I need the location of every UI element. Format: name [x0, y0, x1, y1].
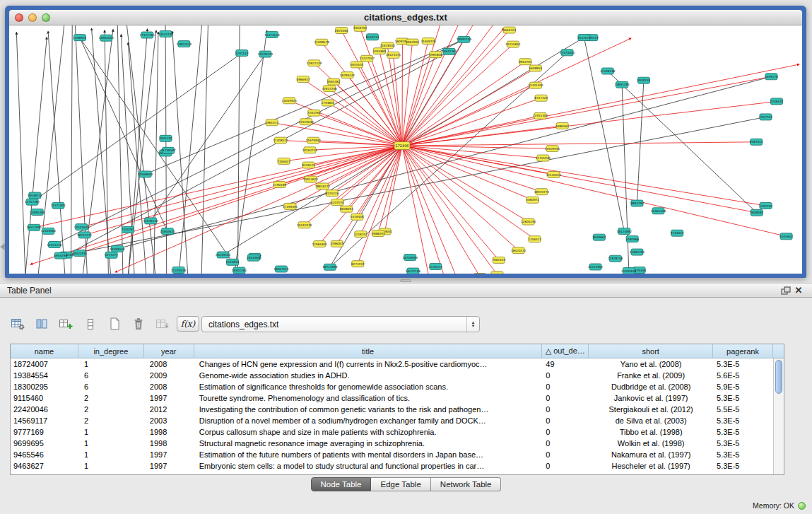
- network-node[interactable]: 21493631: [621, 267, 637, 274]
- network-node[interactable]: 16272106: [406, 268, 421, 274]
- network-node[interactable]: 17125765: [140, 32, 155, 38]
- network-node[interactable]: 9884797: [630, 200, 644, 206]
- network-node[interactable]: 2190189: [273, 181, 286, 187]
- network-node[interactable]: 11408517: [273, 137, 288, 144]
- network-node[interactable]: 1096041: [331, 240, 344, 247]
- network-node[interactable]: 1961017: [265, 119, 278, 126]
- zoom-button[interactable]: [42, 13, 50, 22]
- network-node[interactable]: 10509495: [545, 146, 560, 152]
- network-node[interactable]: 11692623: [160, 228, 175, 235]
- network-node[interactable]: 14691263: [614, 81, 630, 88]
- network-node[interactable]: 19399539: [110, 245, 125, 252]
- table-row[interactable]: 1830029562008Estimation of significance …: [11, 381, 773, 392]
- tab-edge-table[interactable]: Edge Table: [371, 477, 430, 491]
- network-node[interactable]: 172406: [394, 142, 410, 150]
- column-header-pagerank[interactable]: pagerank: [713, 344, 773, 358]
- table-row[interactable]: 969969511998Structural magnetic resonanc…: [11, 438, 773, 449]
- network-node[interactable]: 21678104: [380, 42, 396, 49]
- network-node[interactable]: 5653535: [351, 62, 364, 68]
- network-node[interactable]: 8273197: [351, 261, 365, 267]
- network-node[interactable]: 13586544: [490, 271, 505, 274]
- import-table-button[interactable]: [153, 315, 172, 333]
- network-node[interactable]: 5516448: [351, 214, 364, 220]
- network-graph[interactable]: 1999210995302151137415910637362170787291…: [9, 25, 802, 274]
- network-node[interactable]: 20255852: [505, 41, 521, 47]
- table-row[interactable]: 2242004622012Investigating the contribut…: [11, 404, 773, 415]
- network-node[interactable]: 9487922: [750, 139, 763, 145]
- network-node[interactable]: 12695394: [30, 209, 45, 215]
- column-header-short[interactable]: short: [589, 344, 713, 358]
- network-node[interactable]: 6838093: [340, 206, 353, 212]
- network-node[interactable]: 21658726: [420, 38, 436, 45]
- network-node[interactable]: 9743622: [671, 230, 684, 236]
- network-node[interactable]: 18123371: [386, 52, 401, 58]
- column-header-in_degree[interactable]: in_degree: [78, 344, 144, 358]
- table-source-select[interactable]: citations_edges.txt ▲▼: [201, 316, 480, 332]
- column-header-name[interactable]: name: [11, 344, 78, 358]
- network-node[interactable]: 11679942: [306, 137, 322, 144]
- network-node[interactable]: 18826273: [315, 183, 331, 189]
- network-node[interactable]: 5988397: [372, 230, 385, 237]
- scrollbar-thumb[interactable]: [775, 360, 782, 394]
- network-node[interactable]: 5060972: [526, 197, 539, 203]
- network-node[interactable]: 21895295: [630, 249, 645, 255]
- network-node[interactable]: 9963765: [519, 59, 532, 65]
- network-node[interactable]: 17078729: [258, 51, 273, 57]
- table-row[interactable]: 946362711997Embryonic stem cells: a mode…: [11, 460, 773, 472]
- table-row[interactable]: 1872400712008Changes of HCN gene express…: [11, 358, 773, 370]
- network-node[interactable]: 7330781: [122, 226, 135, 233]
- network-node[interactable]: 10465358: [651, 208, 666, 214]
- network-node[interactable]: 18919773: [534, 189, 550, 195]
- network-node[interactable]: 4780966: [625, 235, 639, 242]
- delete-table-button[interactable]: [129, 315, 148, 333]
- network-node[interactable]: 18467055: [273, 266, 289, 272]
- network-node[interactable]: 11812434: [177, 41, 192, 47]
- network-node[interactable]: 13101631: [74, 224, 90, 230]
- network-node[interactable]: 18212411: [77, 232, 93, 238]
- network-node[interactable]: 21746587: [160, 147, 176, 153]
- network-canvas[interactable]: 1999210995302151137415910637362170787291…: [9, 25, 802, 274]
- network-node[interactable]: 8717320: [534, 95, 548, 101]
- network-node[interactable]: 16517990: [26, 224, 42, 230]
- table-row[interactable]: 911546021997Tourette syndrome. Phenomeno…: [11, 392, 773, 404]
- network-node[interactable]: 19548721: [28, 192, 43, 199]
- network-node[interactable]: 18124892: [617, 228, 632, 235]
- split-pane-handle[interactable]: [400, 279, 411, 282]
- network-node[interactable]: 5608855: [529, 65, 542, 71]
- network-node[interactable]: 1098925: [73, 35, 87, 41]
- network-node[interactable]: 13937268: [322, 86, 337, 92]
- network-node[interactable]: 9416575: [302, 162, 315, 168]
- network-node[interactable]: 2338437: [770, 98, 784, 105]
- network-node[interactable]: 15331403: [528, 82, 543, 88]
- create-column-button[interactable]: [57, 315, 76, 333]
- network-node[interactable]: 21448318: [600, 68, 616, 74]
- network-node[interactable]: 4848191: [637, 77, 651, 83]
- network-node[interactable]: 5918750: [353, 25, 367, 31]
- network-node[interactable]: 3608083: [750, 209, 763, 216]
- network-node[interactable]: 20262715: [302, 147, 318, 153]
- network-node[interactable]: 12421210: [47, 242, 62, 248]
- minimize-button[interactable]: [28, 13, 37, 22]
- function-builder-button[interactable]: f(x): [177, 316, 199, 332]
- network-node[interactable]: 7306927: [277, 158, 290, 164]
- network-node[interactable]: 3170223: [429, 263, 442, 269]
- network-node[interactable]: 17019048: [298, 119, 314, 125]
- network-node[interactable]: 3649667: [592, 234, 606, 240]
- network-node[interactable]: 19992109: [457, 36, 472, 42]
- network-node[interactable]: 11822329: [307, 60, 322, 66]
- network-node[interactable]: 1106517: [528, 236, 541, 243]
- close-panel-button[interactable]: ✕: [792, 285, 805, 296]
- table-row[interactable]: 1456911722003Disruption of a novel membe…: [11, 415, 773, 426]
- table-row[interactable]: 977716911998Corpus callosum shape and si…: [11, 426, 773, 438]
- network-node[interactable]: 20259404: [216, 252, 231, 258]
- network-node[interactable]: 4207070: [331, 199, 344, 206]
- close-button[interactable]: [15, 13, 23, 22]
- network-node[interactable]: 11678133: [143, 218, 158, 224]
- network-node[interactable]: 19322915: [72, 250, 88, 256]
- network-node[interactable]: 4565482: [327, 78, 341, 85]
- memory-indicator-icon[interactable]: [798, 502, 806, 510]
- new-table-button[interactable]: [105, 315, 124, 333]
- network-node[interactable]: 3646724: [502, 27, 516, 33]
- network-node[interactable]: 6277277: [105, 252, 118, 258]
- tab-node-table[interactable]: Node Table: [311, 477, 372, 491]
